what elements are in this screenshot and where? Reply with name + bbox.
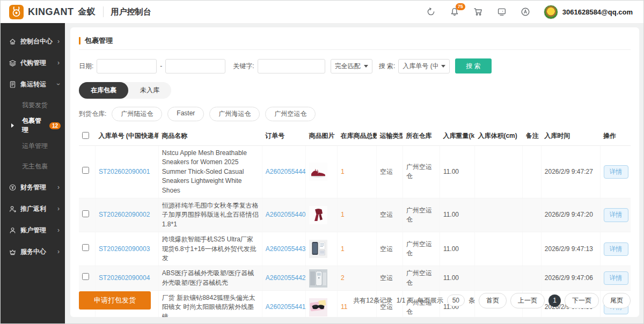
keyword-input[interactable] <box>258 59 325 73</box>
current-page-button[interactable]: 1 <box>548 294 561 307</box>
cell-weight: 11.00 <box>440 232 474 266</box>
cart-icon[interactable] <box>473 6 484 17</box>
cell-volume <box>474 232 522 266</box>
row-checkbox[interactable] <box>82 273 89 280</box>
row-checkbox[interactable] <box>82 210 89 217</box>
first-page-button[interactable]: 首页 <box>479 293 507 308</box>
smartphone-image[interactable] <box>309 240 327 258</box>
inbound-number-link[interactable]: ST202602090003 <box>99 245 150 253</box>
cell-warehouse: 广州空运仓 <box>402 146 440 198</box>
warehouse-option-pill[interactable]: Faster <box>167 107 204 121</box>
search-type-label: 搜 索: <box>379 62 396 71</box>
select-all-checkbox[interactable] <box>82 132 89 139</box>
cell-transport: 空运 <box>377 146 403 198</box>
order-number-link[interactable]: A2602055440 <box>266 211 306 218</box>
inbound-number-link[interactable]: ST202602090004 <box>99 274 150 282</box>
order-number-link[interactable]: A2602055442 <box>266 274 306 282</box>
match-mode-select[interactable]: 完全匹配 <box>331 59 372 73</box>
package-count-badge: 12 <box>49 122 61 129</box>
sidebar-item-console-center[interactable]: 控制台中心› <box>1 31 65 52</box>
sidebar-item-label: 推广返利 <box>20 204 54 213</box>
warehouse-option-pill[interactable]: 广州空运仓 <box>265 107 316 121</box>
user-menu[interactable]: 3061628584@qq.com <box>544 5 633 19</box>
filter-bar: 日期: - 关键字: 完全匹配 搜 索: 入库单号 (中国快递单号) <box>79 58 631 73</box>
column-header: 商品名称 <box>158 127 262 146</box>
user-email: 3061628584@qq.com <box>562 8 633 16</box>
product-name: ABS医疗器械外壳吸塑/医疗器械外壳吸塑/医疗器械机壳 <box>162 269 259 288</box>
sidebar-subitem-waybill-management[interactable]: 运单管理 <box>1 136 65 156</box>
service-icon <box>9 248 17 256</box>
unit-label: 条 <box>469 296 475 305</box>
page-size-select[interactable]: 50 <box>447 294 465 306</box>
sidebar-item-label: 财务管理 <box>20 183 54 192</box>
search-type-select[interactable]: 入库单号 (中国快递单号) <box>398 59 450 73</box>
header-divider <box>103 6 104 17</box>
inbound-number-link[interactable]: ST202602090002 <box>99 211 150 218</box>
column-header: 所在仓库 <box>402 127 440 146</box>
table-row: ST202602090001Nstcu Apple Mesh Breathabl… <box>79 146 631 198</box>
order-number-link[interactable]: A2602055443 <box>266 245 306 253</box>
in-stock-quantity-link[interactable]: 1 <box>341 245 345 253</box>
cell-remark <box>523 232 541 266</box>
warehouse-option-pill[interactable]: 广州海运仓 <box>209 107 260 121</box>
tab-not-inbound[interactable]: 未入库 <box>128 82 171 99</box>
cell-warehouse: 广州空运仓 <box>402 198 440 232</box>
sidebar-item-label: 账户管理 <box>20 226 54 235</box>
date-to-input[interactable] <box>165 59 225 73</box>
red-scarf-image[interactable] <box>309 206 327 224</box>
sidebar-item-consolidation[interactable]: 集运转运› <box>1 73 65 95</box>
chevron-down-icon <box>364 65 368 68</box>
column-header: 备注 <box>523 127 541 146</box>
brand-logo[interactable]: KINGANT 金蚁 <box>9 5 96 19</box>
date-label: 日期: <box>79 62 93 71</box>
video-monitor-icon[interactable] <box>496 6 507 17</box>
app-window: KINGANT 金蚁 用户控制台 75 3061628 <box>0 0 644 324</box>
column-header: 运输类型 <box>377 127 403 146</box>
warehouse-filter-row: 到货仓库: 广州陆运仓Faster广州海运仓广州空运仓 <box>79 107 631 121</box>
notifications-bell-icon[interactable]: 75 <box>449 6 460 17</box>
column-header: 入库时间 <box>541 127 600 146</box>
product-name: Nstcu Apple Mesh Breathable Sneakers for… <box>162 149 259 195</box>
sidebar-item-finance[interactable]: 财务管理› <box>1 176 65 198</box>
row-checkbox[interactable] <box>82 167 89 174</box>
layers-icon <box>9 59 17 67</box>
notification-badge: 75 <box>456 3 465 10</box>
sidebar: 控制台中心›代购管理›集运转运›我要发货包裹管理12运单管理无主包裹财务管理›推… <box>1 23 65 323</box>
sidebar-item-purchasing[interactable]: 代购管理› <box>1 52 65 73</box>
details-button[interactable]: 详情 <box>604 208 628 222</box>
in-stock-quantity-link[interactable]: 2 <box>341 274 345 282</box>
details-button[interactable]: 详情 <box>604 165 628 179</box>
medical-device-image[interactable] <box>309 269 327 288</box>
order-number-link[interactable]: A2602055444 <box>266 168 306 175</box>
details-button[interactable]: 详情 <box>604 242 628 256</box>
promo-icon <box>9 205 17 213</box>
in-stock-quantity-link[interactable]: 1 <box>341 211 345 218</box>
prev-page-button[interactable]: 上一页 <box>510 293 545 308</box>
in-stock-quantity-link[interactable]: 1 <box>341 168 345 175</box>
sidebar-item-service-center[interactable]: 服务中心› <box>1 241 65 262</box>
details-button[interactable]: 详情 <box>604 271 628 285</box>
column-header: 操作 <box>600 127 631 146</box>
search-button[interactable]: 搜 索 <box>455 58 491 73</box>
next-page-button[interactable]: 下一页 <box>565 293 599 308</box>
sidebar-item-label: 控制台中心 <box>20 37 54 46</box>
document-icon <box>9 80 17 89</box>
red-sneaker-image[interactable] <box>309 163 327 181</box>
inbound-number-link[interactable]: ST202602090001 <box>99 168 150 175</box>
row-checkbox[interactable] <box>82 244 89 251</box>
sidebar-subitem-unclaimed-packages[interactable]: 无主包裹 <box>1 156 65 176</box>
history-icon[interactable] <box>426 6 436 17</box>
last-page-button[interactable]: 尾页 <box>603 293 631 308</box>
circled-a-icon[interactable] <box>520 6 531 17</box>
sidebar-item-promotion-rebate[interactable]: 推广返利› <box>1 198 65 219</box>
apply-pack-ship-button[interactable]: 申请打包发货 <box>79 291 151 310</box>
sidebar-subitem-i-want-to-ship[interactable]: 我要发货 <box>1 95 65 115</box>
sidebar-subitem-package-management[interactable]: 包裹管理12 <box>1 115 65 136</box>
date-from-input[interactable] <box>97 59 157 73</box>
cell-transport: 空运 <box>377 198 403 232</box>
tab-in-stock[interactable]: 在库包裹 <box>79 82 128 99</box>
warehouse-option-pill[interactable]: 广州陆运仓 <box>112 107 162 121</box>
sidebar-item-account[interactable]: 账户管理› <box>1 219 65 241</box>
header-actions: 75 3061628584@qq.com <box>426 5 633 19</box>
top-bar: KINGANT 金蚁 用户控制台 75 3061628 <box>1 1 643 23</box>
